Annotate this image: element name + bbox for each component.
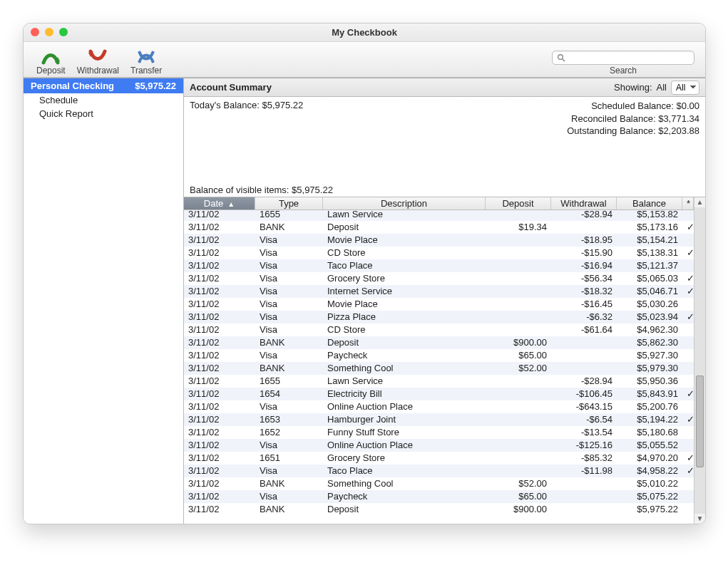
cell-balance: $5,023.94 (617, 311, 682, 322)
sidebar-item-quick-report[interactable]: Quick Report (24, 107, 183, 120)
scroll-up-arrow-icon[interactable]: ▲ (694, 197, 705, 207)
balances-panel: Today's Balance: $5,975.22 Scheduled Bal… (184, 97, 705, 142)
zoom-window-button[interactable] (59, 28, 68, 36)
table-row[interactable]: 3/11/02VisaInternet Service-$18.32$5,046… (184, 285, 694, 298)
scroll-thumb[interactable] (696, 375, 704, 467)
cell-balance: $5,173.16 (617, 222, 682, 232)
filter-select[interactable]: All (671, 81, 699, 95)
cell-withdrawal: -$125.16 (551, 440, 617, 450)
table-row[interactable]: 3/11/02VisaTaco Place-$11.98$4,958.22✓ (184, 465, 694, 477)
cell-deposit: $65.00 (486, 491, 551, 502)
cell-type: BANK (255, 222, 323, 232)
cell-reconciled: ✓ (682, 247, 694, 258)
cell-type: 1652 (255, 427, 323, 437)
vertical-scrollbar[interactable]: ▲ ▼ (694, 197, 705, 524)
table-row[interactable]: 3/11/02BANKSomething Cool$52.00$5,010.22 (184, 477, 694, 490)
table-row[interactable]: 3/11/02BANKDeposit$19.34$5,173.16✓ (184, 221, 694, 234)
table-row[interactable]: 3/11/02VisaCD Store-$61.64$4,962.30 (184, 323, 694, 336)
cell-date: 3/11/02 (184, 427, 255, 437)
table-row[interactable]: 3/11/02BANKDeposit$900.00$5,975.22 (184, 503, 694, 516)
close-window-button[interactable] (31, 28, 39, 36)
cell-date: 3/11/02 (184, 299, 255, 309)
showing-label: Showing: (614, 82, 652, 93)
table-row[interactable]: 3/11/021653Hamburger Joint-$6.54$5,194.2… (184, 413, 694, 426)
cell-date: 3/11/02 (184, 286, 255, 296)
cell-balance: $5,979.30 (617, 363, 682, 373)
cell-description: Something Cool (323, 478, 486, 489)
column-header-withdrawal[interactable]: Withdrawal (551, 197, 617, 209)
table-row[interactable]: 3/11/02VisaGrocery Store-$56.34$5,065.03… (184, 272, 694, 285)
cell-balance: $4,970.20 (617, 452, 682, 463)
table-row[interactable]: 3/11/02VisaMovie Place-$18.95$5,154.21 (184, 234, 694, 247)
cell-deposit: $900.00 (486, 504, 551, 514)
table-row[interactable]: 3/11/02VisaOnline Auction Place-$125.16$… (184, 439, 694, 452)
table-row[interactable]: 3/11/02BANKDeposit$900.00$5,862.30 (184, 336, 694, 349)
table-row[interactable]: 3/11/02VisaMovie Place-$16.45$5,030.26 (184, 298, 694, 311)
table-row[interactable]: 3/11/021651Grocery Store-$85.32$4,970.20… (184, 452, 694, 465)
cell-balance: $5,200.76 (617, 401, 682, 412)
cell-type: Visa (255, 324, 323, 335)
cell-description: Paycheck (323, 350, 486, 361)
cell-type: Visa (255, 491, 323, 502)
table-row[interactable]: 3/11/02VisaTaco Place-$16.94$5,121.37 (184, 259, 694, 272)
search-field[interactable] (552, 51, 694, 65)
table-row[interactable]: 3/11/02VisaCD Store-$15.90$5,138.31✓ (184, 247, 694, 259)
column-header-description[interactable]: Description (323, 197, 486, 209)
cell-withdrawal: -$6.54 (551, 414, 617, 425)
cell-type: Visa (255, 299, 323, 309)
cell-withdrawal: -$6.32 (551, 311, 617, 322)
withdrawal-button[interactable]: Withdrawal (71, 48, 125, 76)
table-row[interactable]: 3/11/021655Lawn Service-$28.94$5,153.82 (184, 210, 694, 221)
cell-balance: $5,180.68 (617, 427, 682, 437)
table-row[interactable]: 3/11/02VisaPaycheck$65.00$5,075.22 (184, 490, 694, 503)
cell-withdrawal: -$106.45 (551, 388, 617, 399)
cell-date: 3/11/02 (184, 414, 255, 425)
search-input[interactable] (568, 52, 689, 63)
titlebar: My Checkbook (24, 24, 705, 42)
withdrawal-icon (88, 48, 107, 66)
table-row[interactable]: 3/11/02BANKSomething Cool$52.00$5,979.30 (184, 362, 694, 375)
cell-type: Visa (255, 247, 323, 258)
cell-balance: $5,138.31 (617, 247, 682, 258)
cell-date: 3/11/02 (184, 350, 255, 361)
column-header-balance[interactable]: Balance (617, 197, 682, 209)
cell-date: 3/11/02 (184, 234, 255, 245)
sidebar-account-personal-checking[interactable]: Personal Checking $5,975.22 (24, 78, 183, 93)
column-header-date[interactable]: Date▲ (184, 197, 255, 209)
cell-description: Electricity Bill (323, 388, 486, 399)
scroll-down-arrow-icon[interactable]: ▼ (694, 514, 705, 524)
app-window: My Checkbook Deposit Withdrawal Transfer… (23, 23, 706, 524)
table-row[interactable]: 3/11/02VisaOnline Auction Place-$643.15$… (184, 400, 694, 413)
transfer-button[interactable]: Transfer (125, 48, 168, 76)
cell-withdrawal: -$28.94 (551, 375, 617, 386)
cell-balance: $5,950.36 (617, 375, 682, 386)
cell-withdrawal: -$16.45 (551, 299, 617, 309)
column-header-type[interactable]: Type (255, 197, 323, 209)
cell-description: Lawn Service (323, 375, 486, 386)
svg-point-0 (558, 55, 563, 60)
minimize-window-button[interactable] (45, 28, 53, 36)
cell-description: Funny Stuff Store (323, 427, 486, 437)
cell-balance: $5,153.82 (617, 210, 682, 220)
outstanding-balance: Outstanding Balance: $2,203.88 (567, 125, 699, 138)
deposit-button[interactable]: Deposit (31, 48, 71, 76)
table-row[interactable]: 3/11/021652Funny Stuff Store-$13.54$5,18… (184, 426, 694, 439)
cell-description: Movie Place (323, 299, 486, 309)
search-group: Search (548, 51, 698, 76)
account-balance: $5,975.22 (135, 81, 176, 91)
cell-description: Deposit (323, 337, 486, 348)
main-pane: Account Summary Showing: All All Today's… (184, 78, 705, 524)
table-row[interactable]: 3/11/02VisaPizza Place-$6.32$5,023.94✓ (184, 311, 694, 323)
table-row[interactable]: 3/11/021655Lawn Service-$28.94$5,950.36 (184, 375, 694, 388)
table-row[interactable]: 3/11/021654Electricity Bill-$106.45$5,84… (184, 388, 694, 400)
table-row[interactable]: 3/11/02VisaPaycheck$65.00$5,927.30 (184, 349, 694, 362)
sidebar-item-schedule[interactable]: Schedule (24, 93, 183, 107)
cell-withdrawal: -$16.94 (551, 260, 617, 271)
cell-deposit: $65.00 (486, 350, 551, 361)
column-header-deposit[interactable]: Deposit (486, 197, 551, 209)
cell-date: 3/11/02 (184, 273, 255, 284)
column-header-reconciled[interactable]: * (682, 197, 694, 209)
cell-date: 3/11/02 (184, 478, 255, 489)
scroll-track[interactable] (694, 207, 705, 514)
cell-description: Pizza Place (323, 311, 486, 322)
